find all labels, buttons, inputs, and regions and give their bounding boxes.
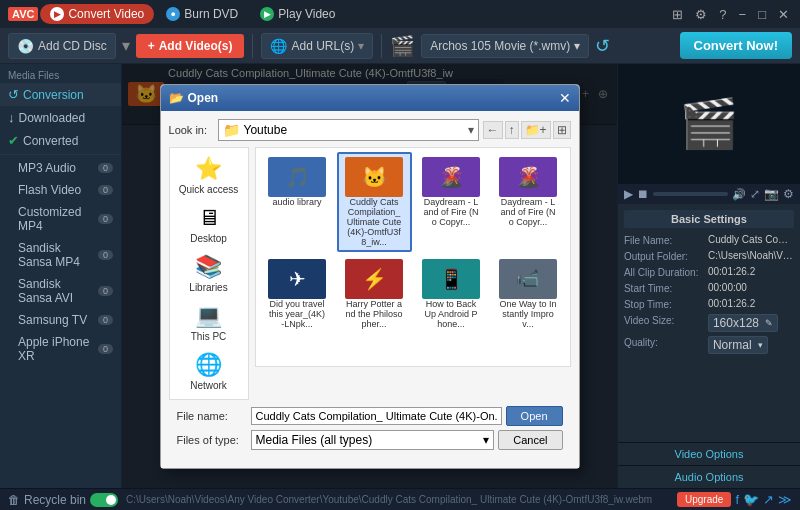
playback-controls: ▶ ⏹ 🔊 ⤢ 📷 ⚙	[618, 184, 800, 204]
settings-value-videosize[interactable]: 160x128 ✎	[708, 314, 778, 332]
sidebar-item-flash[interactable]: Flash Video 0	[0, 179, 121, 201]
video-options-btn[interactable]: Video Options	[618, 443, 800, 466]
file-item-android[interactable]: 📱 How to Back Up Android Phone...	[414, 254, 489, 334]
playback-progress[interactable]	[653, 192, 728, 196]
format-select[interactable]: Archos 105 Movie (*.wmv) ▾	[421, 34, 589, 58]
sidebar-item-apple-iphone[interactable]: Apple iPhone XR 0	[0, 331, 121, 367]
settings-row-stoptime: Stop Time: 00:01:26.2	[624, 298, 794, 310]
upgrade-button[interactable]: Upgrade	[677, 492, 731, 507]
play-button[interactable]: ▶	[624, 187, 633, 201]
sidebar: Media Files ↺ Conversion ↓ Downloaded ✔ …	[0, 64, 122, 488]
facebook-icon[interactable]: f	[735, 492, 739, 507]
add-cd-disc-button[interactable]: 💿 Add CD Disc	[8, 33, 116, 59]
sidebar-sandisk-mp4-label: Sandisk Sansa MP4	[18, 241, 94, 269]
sidebar-item-conversion[interactable]: ↺ Conversion	[0, 83, 121, 106]
settings-label-output: Output Folder:	[624, 250, 704, 262]
file-item-cuddly-cats[interactable]: 🐱 Cuddly Cats Compilation_ Ultimate Cute…	[337, 152, 412, 252]
toolbar: 💿 Add CD Disc ▾ + Add Video(s) 🌐 Add URL…	[0, 28, 800, 64]
new-folder-button[interactable]: 📁+	[521, 121, 551, 139]
dialog-filetype-label: Files of type:	[177, 434, 247, 446]
sidebar-item-mp3[interactable]: MP3 Audio 0	[0, 157, 121, 179]
settings-panel-btn[interactable]: ⚙	[783, 187, 794, 201]
file-item-travel[interactable]: ✈ Did you travel this year_(4K)-LNpk...	[260, 254, 335, 334]
file-item-daydream2[interactable]: 🌋 Daydream - Land of Fire (No Copyr...	[491, 152, 566, 252]
convert-now-button[interactable]: Convert Now!	[680, 32, 793, 59]
settings-value-quality[interactable]: Normal ▾	[708, 336, 768, 354]
settings-icon[interactable]: ⚙	[692, 7, 710, 22]
close-button[interactable]: ✕	[775, 7, 792, 22]
settings-row-videosize: Video Size: 160x128 ✎	[624, 314, 794, 332]
custmp4-count: 0	[98, 214, 113, 224]
tab-burn-dvd[interactable]: ● Burn DVD	[156, 4, 248, 24]
dialog-close-button[interactable]: ✕	[559, 90, 571, 106]
tab-play-video[interactable]: ▶ Play Video	[250, 4, 345, 24]
burn-dvd-icon: ●	[166, 7, 180, 21]
tab-convert-video[interactable]: ▶ Convert Video	[40, 4, 154, 24]
nav-up-button[interactable]: ↑	[505, 121, 519, 139]
file-label-daydream2: Daydream - Land of Fire (No Copyr...	[499, 197, 557, 227]
sidebar-item-samsung[interactable]: Samsung TV 0	[0, 309, 121, 331]
file-item-daydream1[interactable]: 🌋 Daydream - Land of Fire (No Copyr...	[414, 152, 489, 252]
videosize-edit-icon[interactable]: ✎	[765, 318, 773, 328]
preview-video-icon: 🎬	[679, 96, 739, 152]
snapshot-button[interactable]: 📷	[764, 187, 779, 201]
file-item-oneway[interactable]: 📹 One Way to Instantly Improv...	[491, 254, 566, 334]
converted-icon: ✔	[8, 133, 19, 148]
dialog-sidebar-network[interactable]: 🌐 Network	[174, 348, 244, 395]
sidebar-apple-label: Apple iPhone XR	[18, 335, 94, 363]
dialog-sidebar-this-pc[interactable]: 💻 This PC	[174, 299, 244, 346]
more-icon[interactable]: ≫	[778, 492, 792, 507]
settings-row-quality: Quality: Normal ▾	[624, 336, 794, 354]
minimize-button[interactable]: −	[736, 7, 750, 22]
share-icon[interactable]: ↗	[763, 492, 774, 507]
twitter-icon[interactable]: 🐦	[743, 492, 759, 507]
dialog-sidebar-libraries[interactable]: 📚 Libraries	[174, 250, 244, 297]
dialog-open-button[interactable]: Open	[506, 406, 563, 426]
stop-button[interactable]: ⏹	[637, 187, 649, 201]
quality-text: Normal	[713, 338, 752, 352]
sandisk-mp4-count: 0	[98, 250, 113, 260]
sidebar-item-sandisk-mp4[interactable]: Sandisk Sansa MP4 0	[0, 237, 121, 273]
title-bar-controls: ⊞ ⚙ ? − □ ✕	[669, 7, 792, 22]
nav-back-button[interactable]: ←	[483, 121, 503, 139]
dialog-sidebar-desktop[interactable]: 🖥 Desktop	[174, 201, 244, 248]
file-item-harry-potter[interactable]: ⚡ Harry Potter and the Philosopher...	[337, 254, 412, 334]
sandisk-avi-count: 0	[98, 286, 113, 296]
audio-options-btn[interactable]: Audio Options	[618, 466, 800, 488]
add-dropdown-icon[interactable]: ▾	[122, 36, 130, 55]
add-video-label: Add Video(s)	[159, 39, 233, 53]
sidebar-item-converted[interactable]: ✔ Converted	[0, 129, 121, 152]
dialog-sidebar-quick-access[interactable]: ⭐ Quick access	[174, 152, 244, 199]
add-url-button[interactable]: 🌐 Add URL(s) ▾	[261, 33, 373, 59]
dialog-filename-input[interactable]	[251, 407, 502, 425]
panel-bottom-buttons: Video Options Audio Options	[618, 442, 800, 488]
sidebar-item-customizedmp4[interactable]: Customized MP4 0	[0, 201, 121, 237]
sidebar-item-downloaded[interactable]: ↓ Downloaded	[0, 106, 121, 129]
fullscreen-button[interactable]: ⤢	[750, 187, 760, 201]
help-icon[interactable]: ?	[716, 7, 729, 22]
sidebar-custommp4-label: Customized MP4	[18, 205, 94, 233]
url-dropdown-arrow[interactable]: ▾	[358, 39, 364, 53]
grid-icon[interactable]: ⊞	[669, 7, 686, 22]
file-label-daydream1: Daydream - Land of Fire (No Copyr...	[422, 197, 480, 227]
dialog-lookin-label: Look in:	[169, 124, 214, 136]
tab-play-label: Play Video	[278, 7, 335, 21]
dialog-lookin-select[interactable]: 📁 Youtube ▾	[218, 119, 479, 141]
dialog-filename-label: File name:	[177, 410, 247, 422]
maximize-button[interactable]: □	[755, 7, 769, 22]
file-item-audio-library[interactable]: 🎵 audio library	[260, 152, 335, 252]
sidebar-item-sandisk-avi[interactable]: Sandisk Sansa AVI 0	[0, 273, 121, 309]
dialog-filetype-select[interactable]: Media Files (all types) ▾	[251, 430, 495, 450]
content-area: 🐱 Cuddly Cats Compilation_Ultimate Cute …	[122, 64, 617, 488]
bottom-right-actions: Upgrade f 🐦 ↗ ≫	[677, 492, 792, 507]
volume-icon[interactable]: 🔊	[732, 188, 746, 201]
view-toggle-button[interactable]: ⊞	[553, 121, 571, 139]
mp3-count: 0	[98, 163, 113, 173]
settings-label-videosize: Video Size:	[624, 314, 704, 326]
recycle-toggle[interactable]	[90, 493, 118, 507]
sidebar-samsung-label: Samsung TV	[18, 313, 87, 327]
refresh-icon[interactable]: ↺	[595, 35, 610, 57]
dialog-content-area: ⭐ Quick access 🖥 Desktop 📚 Libraries	[169, 147, 571, 400]
add-video-button[interactable]: + Add Video(s)	[136, 34, 245, 58]
dialog-cancel-button[interactable]: Cancel	[498, 430, 562, 450]
